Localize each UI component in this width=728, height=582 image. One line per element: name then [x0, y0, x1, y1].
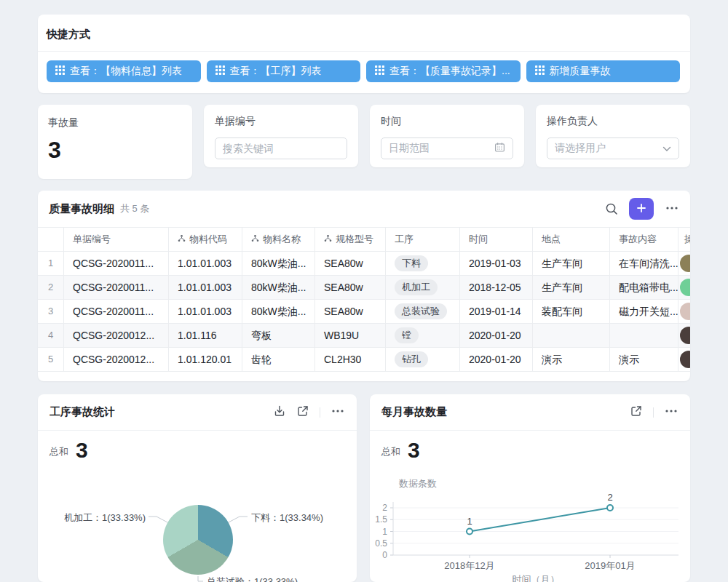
table-title: 质量事故明细 [49, 202, 114, 216]
y-axis-title: 数据条数 [399, 477, 437, 490]
shortcut-button-accident-records[interactable]: 查看：【质量事故记录】... [366, 60, 521, 82]
line-card-title: 每月事故数量 [381, 405, 447, 419]
plus-icon [636, 202, 647, 216]
svg-text:1: 1 [467, 516, 472, 527]
avatar [680, 303, 690, 320]
process-accident-stats-card: 工序事故统计 总和 3 机加工：1(33.33%) 下料：1(33.34%) 总… [38, 394, 357, 582]
more-icon [664, 404, 678, 420]
table-row[interactable]: 2 QCSG-2020011... 1.01.01.003 80kW柴油... … [38, 276, 690, 300]
search-input[interactable] [223, 143, 339, 154]
table-header-row: 单据编号 物料代码 物料名称 规格型号 工序 时间 地点 事故内容 操作负责人 [38, 228, 690, 252]
total-label: 总和 [381, 445, 400, 461]
svg-text:0: 0 [382, 550, 387, 560]
total-value: 3 [408, 439, 420, 461]
open-fullscreen-button[interactable] [630, 404, 643, 420]
grid-icon [55, 65, 65, 77]
shortcut-button-label: 新增质量事故 [550, 65, 611, 78]
column-header-time: 时间 [460, 228, 533, 251]
avatar [680, 255, 690, 272]
monthly-accident-count-card: 每月事故数量 总和 3 数据条数 00.511.522018年12月2019年0… [370, 394, 690, 582]
table-row[interactable]: 1 QCSG-2020011... 1.01.01.003 80kW柴油... … [38, 252, 690, 276]
date-range-input[interactable]: 日期范围 [381, 137, 513, 159]
more-button[interactable] [331, 404, 345, 420]
column-header-index [38, 228, 64, 251]
time-filter-label: 时间 [381, 115, 513, 128]
process-tag: 下料 [395, 255, 428, 271]
grid-icon [535, 65, 545, 77]
grid-icon [215, 65, 225, 77]
download-icon [273, 404, 286, 420]
shortcut-button-row: 查看：【物料信息】列表 查看：【工序】列表 查看：【质量事故记录】... 新增质… [38, 52, 690, 82]
date-range-placeholder: 日期范围 [389, 142, 488, 155]
search-button[interactable] [605, 202, 618, 215]
operator-filter-card: 操作负责人 请选择用户 [536, 105, 690, 167]
accident-detail-table-card: 质量事故明细 共 5 条 单据编号 物料代码 物料名称 规格型号 工序 时间 地… [38, 191, 690, 381]
column-header-content: 事故内容 [610, 228, 678, 251]
line-total: 总和 3 [381, 439, 420, 461]
process-tag: 镗 [395, 327, 419, 343]
external-link-icon [296, 404, 309, 420]
user-select[interactable]: 请选择用户 [547, 137, 679, 159]
svg-text:时间（月）: 时间（月） [513, 574, 560, 582]
pie-total: 总和 3 [50, 439, 88, 461]
shortcut-button-new-accident[interactable]: 新增质量事故 [526, 60, 681, 82]
shortcut-button-material-list[interactable]: 查看：【物料信息】列表 [47, 60, 201, 82]
download-button[interactable] [273, 404, 286, 420]
doc-number-filter-card: 单据编号 [204, 105, 358, 167]
record-count: 共 5 条 [120, 202, 149, 215]
column-header-operator: 操作负责人 [678, 228, 690, 251]
column-header-material-name: 物料名称 [242, 228, 315, 251]
shortcut-button-label: 查看：【质量事故记录】... [389, 65, 510, 78]
more-icon [331, 404, 345, 420]
pie-card-title: 工序事故统计 [50, 405, 115, 419]
avatar [680, 279, 690, 296]
pie-label-cutting: 下料：1(33.34%) [251, 511, 323, 525]
more-button[interactable] [665, 202, 679, 217]
shortcut-button-label: 查看：【工序】列表 [230, 65, 322, 78]
column-header-process: 工序 [386, 228, 460, 251]
records-table: 单据编号 物料代码 物料名称 规格型号 工序 时间 地点 事故内容 操作负责人 … [38, 227, 690, 372]
table-row[interactable]: 3 QCSG-2020011... 1.01.01.003 80kW柴油... … [38, 300, 690, 324]
calendar-icon [494, 142, 505, 156]
shortcut-button-label: 查看：【物料信息】列表 [70, 65, 182, 78]
doc-number-search-box [215, 137, 347, 159]
link-field-icon [324, 228, 332, 251]
total-value: 3 [76, 439, 88, 461]
shortcuts-card: 快捷方式 查看：【物料信息】列表 查看：【工序】列表 查看：【质量事故记录】..… [38, 15, 690, 93]
divider [320, 407, 320, 418]
more-button[interactable] [664, 404, 678, 420]
divider [653, 407, 654, 418]
grid-icon [375, 65, 384, 77]
user-select-placeholder: 请选择用户 [555, 142, 657, 155]
column-header-doc-number: 单据编号 [64, 228, 169, 251]
pie-label-assembly-test: 总装试验：1(33.33%) [207, 575, 298, 582]
open-fullscreen-button[interactable] [296, 404, 309, 420]
time-filter-card: 时间 日期范围 [370, 105, 524, 167]
column-header-material-code: 物料代码 [169, 228, 242, 251]
pie-label-machining: 机加工：1(33.33%) [55, 511, 146, 525]
svg-text:2: 2 [382, 503, 387, 513]
add-record-button[interactable] [629, 198, 654, 220]
svg-text:0.5: 0.5 [375, 538, 387, 549]
column-header-spec-model: 规格型号 [315, 228, 386, 251]
avatar [680, 327, 690, 344]
pie-chart [163, 505, 233, 575]
svg-text:2019年01月: 2019年01月 [585, 560, 635, 571]
svg-text:1.5: 1.5 [375, 514, 387, 525]
svg-text:1: 1 [382, 527, 387, 537]
chevron-down-icon [662, 142, 671, 155]
shortcut-button-process-list[interactable]: 查看：【工序】列表 [207, 60, 361, 82]
accident-count-card: 事故量 3 [38, 105, 192, 179]
avatar [680, 351, 690, 368]
stat-label: 事故量 [48, 116, 182, 129]
doc-number-label: 单据编号 [215, 115, 347, 128]
svg-text:2018年12月: 2018年12月 [444, 560, 494, 571]
pie-card-header: 工序事故统计 [38, 394, 357, 431]
table-row[interactable]: 4 QCSG-2020012... 1.01.116 弯板 WB19U 镗 20… [38, 324, 690, 348]
link-field-icon [251, 228, 259, 251]
column-header-place: 地点 [533, 228, 610, 251]
table-header-bar: 质量事故明细 共 5 条 [38, 191, 690, 227]
stat-value: 3 [48, 138, 182, 162]
operator-filter-label: 操作负责人 [547, 115, 679, 128]
table-row[interactable]: 5 QCSG-2020012... 1.01.120.01 齿轮 CL2H30 … [38, 348, 690, 372]
